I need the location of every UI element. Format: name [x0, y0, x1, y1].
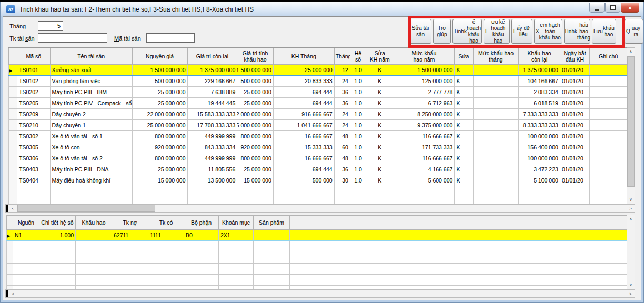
cell[interactable]: K	[455, 65, 473, 76]
table-row[interactable]: TS0403Máy tính PC PIII - DNA25 000 00011…	[9, 164, 627, 175]
cell[interactable]	[473, 153, 519, 164]
cell[interactable]: TS0202	[17, 87, 50, 98]
cell[interactable]: K	[455, 98, 473, 109]
scroll-up-icon[interactable]: ∧	[627, 215, 635, 223]
table-row[interactable]: TS0302Xe ô tô vận tải - số 1800 000 0004…	[9, 131, 627, 142]
column-header[interactable]: Sửa KH năm	[366, 48, 394, 65]
cell[interactable]: Dây chuyền 1	[50, 120, 132, 131]
cell[interactable]: 916 666 667	[273, 109, 334, 120]
cell[interactable]	[237, 186, 274, 197]
cell[interactable]: 48	[334, 131, 350, 142]
cell[interactable]: 800 000 000	[237, 131, 274, 142]
cell[interactable]: 1.0	[350, 131, 366, 142]
cell[interactable]	[219, 264, 254, 275]
cell[interactable]	[76, 252, 112, 264]
cell[interactable]: 25 000 000	[132, 87, 187, 98]
cell[interactable]	[148, 252, 184, 264]
cell[interactable]	[394, 186, 455, 197]
cell[interactable]: 25 000 000 000	[132, 120, 187, 131]
table-row[interactable]: ▶TS0101Xưởng sản xuất1 500 000 0001 375 …	[9, 65, 627, 76]
cell[interactable]: K	[366, 131, 394, 142]
luu-khau-hao-button[interactable]: Lưu khấu hao	[592, 19, 616, 44]
column-header[interactable]: Ngày bắt đầu KH	[560, 48, 589, 65]
cell[interactable]: K	[366, 87, 394, 98]
lay-du-lieu-button[interactable]: Lấy dữ liệu	[511, 19, 532, 44]
cell[interactable]: 22 000 000 000	[237, 109, 274, 120]
cell[interactable]: K	[366, 76, 394, 87]
cell[interactable]: 156 400 000	[519, 142, 560, 153]
cell[interactable]	[254, 230, 290, 241]
row-stub[interactable]: ▶	[7, 230, 13, 241]
column-header[interactable]: Chi tiết hệ số	[39, 216, 76, 230]
cell[interactable]	[590, 142, 627, 153]
cell[interactable]: 6 712 963	[394, 98, 455, 109]
cell[interactable]	[254, 264, 290, 275]
column-header[interactable]: Khoản mục	[219, 216, 254, 230]
cell[interactable]: 1.0	[350, 175, 366, 186]
column-header[interactable]: Mức khấu hao năm	[394, 48, 455, 65]
cell[interactable]: TS0403	[17, 164, 50, 175]
cell[interactable]: 62711	[112, 230, 148, 241]
column-header[interactable]: Tk nợ	[112, 216, 148, 230]
cell[interactable]: 8 333 333 333	[519, 120, 560, 131]
table-row[interactable]: ▶N11.000627111111B02X1	[7, 230, 627, 241]
cell[interactable]: TS0210	[17, 120, 50, 131]
cell[interactable]: 500 000	[273, 175, 334, 186]
cell[interactable]	[13, 275, 39, 286]
detail-hscroll-track[interactable]	[17, 290, 627, 297]
close-button[interactable]: ×	[621, 3, 639, 13]
cell[interactable]: 920 000 000	[132, 142, 187, 153]
cell[interactable]: 36	[334, 87, 350, 98]
cell[interactable]	[473, 65, 519, 76]
cell[interactable]	[590, 186, 627, 197]
cell[interactable]: Xe ô tô vận tải - số 1	[50, 131, 132, 142]
column-header[interactable]: Mức khấu hao tháng	[473, 48, 519, 65]
table-row[interactable]: TS0404Máy điều hoà không khí15 000 00013…	[9, 175, 627, 186]
cell[interactable]: 11 805 556	[187, 164, 237, 175]
row-stub[interactable]	[9, 87, 17, 98]
cell[interactable]: K	[366, 120, 394, 131]
cell[interactable]	[76, 241, 112, 252]
cell[interactable]: 9 375 000 000	[394, 120, 455, 131]
row-stub[interactable]	[7, 252, 13, 264]
cell[interactable]: 800 000 000	[237, 153, 274, 164]
cell[interactable]: 1.0	[350, 65, 366, 76]
cell[interactable]: 449 999 999	[187, 131, 237, 142]
column-header[interactable]: Khấu hao còn lại	[519, 48, 560, 65]
cell[interactable]: 15 583 333 333	[187, 109, 237, 120]
row-stub[interactable]	[7, 241, 13, 252]
cell[interactable]	[184, 241, 219, 252]
cell[interactable]	[473, 87, 519, 98]
asset-code-input[interactable]	[146, 33, 195, 43]
cell[interactable]: 48	[334, 153, 350, 164]
scroll-down-icon[interactable]: ∨	[627, 196, 635, 204]
column-header[interactable]: Nguyên giá	[132, 48, 187, 65]
cell[interactable]: 25 000 000	[132, 98, 187, 109]
cell[interactable]	[219, 275, 254, 286]
cell[interactable]: 25 000 000	[273, 65, 334, 76]
cell[interactable]: K	[366, 153, 394, 164]
cell[interactable]: K	[455, 164, 473, 175]
cell[interactable]	[590, 164, 627, 175]
cell[interactable]: 1.0	[350, 109, 366, 120]
minimize-button[interactable]	[589, 3, 605, 13]
cell[interactable]: 171 733 333	[394, 142, 455, 153]
cell[interactable]	[50, 186, 132, 197]
scroll-left-icon[interactable]: <	[9, 205, 17, 212]
cell[interactable]	[132, 186, 187, 197]
cell[interactable]: Dây chuyền 2	[50, 109, 132, 120]
cell[interactable]: Máy điều hoà không khí	[50, 175, 132, 186]
cell[interactable]	[76, 264, 112, 275]
cell[interactable]	[112, 252, 148, 264]
cell[interactable]	[254, 275, 290, 286]
column-header[interactable]: Bộ phận	[184, 216, 219, 230]
luu-ke-hoach-khau-hao-button[interactable]: Lưu kế hoạch khấu hao	[484, 19, 510, 44]
asset-hscroll-thumb[interactable]	[17, 205, 155, 212]
cell[interactable]: 694 444	[273, 164, 334, 175]
column-header[interactable]: Sản phẩm	[254, 216, 290, 230]
cell[interactable]	[13, 264, 39, 275]
cell[interactable]: 16 666 667	[273, 131, 334, 142]
scroll-left-icon[interactable]: <	[9, 290, 17, 297]
cell[interactable]: 25 000 000	[132, 164, 187, 175]
asset-vscroll-thumb[interactable]	[627, 56, 635, 187]
